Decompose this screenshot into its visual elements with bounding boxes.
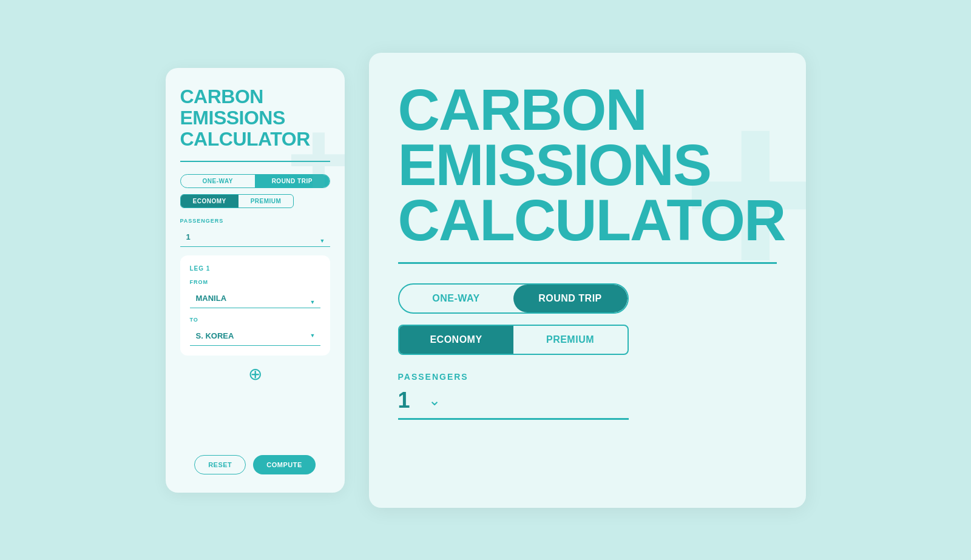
trip-type-toggle-large: ONE-WAY ROUND TRIP [398,283,629,314]
trip-type-toggle-small: ONE-WAY ROUND TRIP [180,174,330,188]
from-select-wrapper-small: MANILA TOKYO SINGAPORE [190,289,320,317]
compute-button-small[interactable]: COMPUTE [253,455,316,474]
to-select-small[interactable]: S. KOREA JAPAN MANILA [190,326,320,346]
one-way-button-small[interactable]: ONE-WAY [181,175,255,187]
from-select-small[interactable]: MANILA TOKYO SINGAPORE [190,289,320,308]
large-card: + CARBON EMISSIONS CALCULATOR ONE-WAY RO… [369,53,806,508]
small-card: + CARBON EMISSIONS CALCULATOR ONE-WAY RO… [166,68,345,493]
leg-1-title-small: LEG 1 [190,265,320,272]
passengers-value-large: 1 [398,388,422,413]
one-way-button-large[interactable]: ONE-WAY [399,285,513,312]
round-trip-button-large[interactable]: ROUND TRIP [513,285,628,312]
large-app-title: CARBON EMISSIONS CALCULATOR [398,82,777,248]
economy-button-large[interactable]: ECONOMY [399,326,513,354]
large-title-divider [398,262,777,264]
bottom-buttons-small: RESET COMPUTE [180,440,330,474]
passengers-label-large: PASSENGERS [398,372,777,382]
economy-button-small[interactable]: ECONOMY [181,195,239,207]
premium-button-large[interactable]: PREMIUM [513,326,628,354]
passengers-chevron-large[interactable]: ⌄ [428,392,441,409]
class-toggle-small: ECONOMY PREMIUM [180,194,294,208]
passengers-row-large: 1 ⌄ [398,388,777,413]
passengers-select-wrapper-small: 1 2 3 4 5 [180,228,330,255]
add-leg-button-small[interactable]: ⊕ [180,364,330,384]
from-label-small: FROM [190,279,320,285]
passengers-select-small[interactable]: 1 2 3 4 5 [180,228,330,247]
round-trip-button-small[interactable]: ROUND TRIP [255,175,330,187]
to-select-wrapper-small: S. KOREA JAPAN MANILA [190,326,320,346]
passengers-underline-large [398,418,629,420]
small-app-title: CARBON EMISSIONS CALCULATOR [180,86,330,150]
reset-button-small[interactable]: RESET [194,455,246,474]
to-label-small: TO [190,317,320,323]
passengers-label-small: PASSENGERS [180,218,330,224]
leg-1-box-small: LEG 1 FROM MANILA TOKYO SINGAPORE TO S. … [180,255,330,356]
class-toggle-large: ECONOMY PREMIUM [398,325,629,355]
small-title-divider [180,161,330,162]
premium-button-small[interactable]: PREMIUM [239,195,294,207]
